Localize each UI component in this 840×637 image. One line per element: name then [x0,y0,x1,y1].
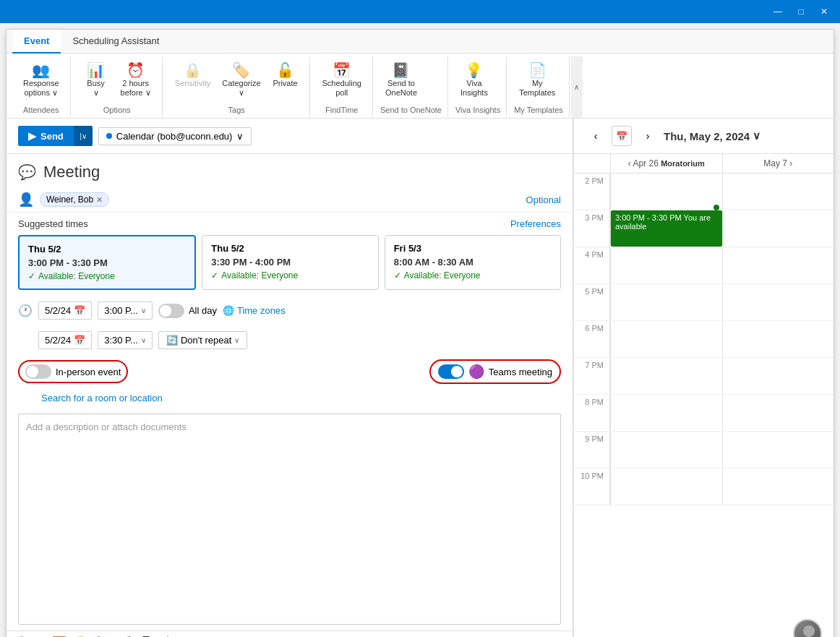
attendee-row: 👤 Weiner, Bob ✕ Optional [7,187,573,213]
time-row-2pm: 2 PM [574,174,833,210]
prev-week-arrow: ‹ [628,158,631,168]
time-cell-9pm-col2 [722,432,834,468]
time-slot-1-day: Thu 5/2 [211,243,369,254]
ribbon-group-attendees: 👥 Responseoptions ∨ Attendees [12,56,71,117]
busy-button[interactable]: 📊 Busy∨ [78,59,114,101]
right-panel: ‹ 📅 › Thu, May 2, 2024 ∨ ‹ Apr 26 Morato… [573,119,833,637]
allday-switch[interactable] [158,304,184,318]
send-dropdown-button[interactable]: | ∨ [74,126,93,146]
time-label-8pm: 8 PM [574,395,610,431]
ribbon: 👥 Responseoptions ∨ Attendees 📊 Busy∨ ⏰ … [7,54,833,119]
time-slot-1-range: 3:30 PM - 4:00 PM [211,257,369,268]
room-search[interactable]: Search for a room or location [7,388,573,408]
send-bar: ▶ Send | ∨ Calendar (bob@uconn.edu) ∨ [7,119,573,154]
main-window: Event Scheduling Assistant 👥 Responseopt… [6,29,834,637]
week-header-spacer [574,154,610,173]
preferences-link[interactable]: Preferences [510,218,561,229]
maximize-button[interactable]: □ [791,4,811,19]
time-cell-4pm-col2 [722,247,834,283]
scheduling-poll-button[interactable]: 📅 Schedulingpoll [317,59,367,101]
ribbon-buttons-onenote: 📓 Send toOneNote [380,56,442,104]
ribbon-group-templates: 📄 MyTemplates My Templates [508,56,570,117]
calendar-date-dropdown-icon: ∨ [753,129,760,142]
avatar[interactable] [793,619,822,637]
time-row-7pm: 7 PM [574,358,833,395]
time-grid: 2 PM 3 PM 3:00 PM - 3:30 PM You are avai… [574,174,833,613]
week-header: ‹ Apr 26 Moratorium May 7 › [574,154,833,174]
calendar-next-button[interactable]: › [638,126,658,146]
calendar-prev-button[interactable]: ‹ [586,126,606,146]
time-label-2pm: 2 PM [574,174,610,210]
start-date-input[interactable]: 5/2/24 📅 [38,302,92,320]
insights-button[interactable]: 💡 VivaInsights [455,59,493,101]
teams-switch[interactable] [438,364,464,379]
reminder-label: 2 hoursbefore ∨ [121,79,151,98]
response-options-button[interactable]: 👥 Responseoptions ∨ [18,59,64,101]
time-slot-1[interactable]: Thu 5/2 3:30 PM - 4:00 PM ✓ Available: E… [202,235,378,290]
end-date-input[interactable]: 5/2/24 📅 [38,331,92,349]
categorize-icon: 🏷️ [232,63,250,77]
sensitivity-button: 🔒 Sensitivity [170,59,216,92]
calendar-event-block[interactable]: 3:00 PM - 3:30 PM You are available [611,210,722,247]
ribbon-buttons-tags: 🔒 Sensitivity 🏷️ Categorize∨ 🔓 Private [170,56,304,104]
send-onenote-button[interactable]: 📓 Send toOneNote [380,59,422,101]
prev-week-label: Apr 26 [633,158,658,168]
check-icon-2: ✓ [394,270,401,281]
time-cell-3pm-col1[interactable]: 3:00 PM - 3:30 PM You are available [610,210,722,247]
ribbon-buttons-templates: 📄 MyTemplates [514,56,563,104]
time-row-4pm: 4 PM [574,247,833,284]
reminder-button[interactable]: ⏰ 2 hoursbefore ∨ [116,59,156,101]
time-label-3pm: 3 PM [574,210,610,247]
next-week-arrow: › [789,158,792,168]
teams-meeting-label: Teams meeting [489,367,552,377]
tab-scheduling-assistant[interactable]: Scheduling Assistant [61,30,171,54]
ribbon-group-insights: 💡 VivaInsights Viva Insights [450,56,507,117]
private-button[interactable]: 🔓 Private [267,59,304,92]
week-prev-nav[interactable]: ‹ Apr 26 Moratorium [610,154,722,173]
calendar-date-label: Thu, May 2, 2024 [664,130,750,142]
calendar-date-title[interactable]: Thu, May 2, 2024 ∨ [664,129,760,142]
ribbon-expand-button[interactable]: ∧ [571,56,583,118]
time-row-3pm: 3 PM 3:00 PM - 3:30 PM You are available [574,210,833,247]
send-main-button[interactable]: ▶ Send [18,126,74,146]
attendee-remove-button[interactable]: ✕ [96,195,103,205]
calendar-today-button[interactable]: 📅 [612,126,632,146]
tab-bar: Event Scheduling Assistant [7,30,833,54]
time-row-9pm: 9 PM [574,432,833,469]
clock-icon: 🕐 [18,304,33,317]
week-next-nav[interactable]: May 7 › [722,154,834,173]
time-slot-0-range: 3:00 PM - 3:30 PM [28,257,186,268]
time-slot-2-avail: ✓ Available: Everyone [394,270,552,281]
reminder-icon: ⏰ [127,63,145,77]
categorize-button[interactable]: 🏷️ Categorize∨ [217,59,265,101]
categorize-label: Categorize∨ [222,79,260,98]
calendar-selector[interactable]: Calendar (bob@uconn.edu) ∨ [98,127,252,145]
insights-label: VivaInsights [460,79,488,98]
teams-icon: 🟣 [468,364,484,380]
sensitivity-label: Sensitivity [175,79,211,88]
time-row-5pm: 5 PM [574,284,833,321]
start-date-value: 5/2/24 [45,305,71,316]
tab-event[interactable]: Event [12,30,61,54]
suggested-times-section: Suggested times Preferences Thu 5/2 3:00… [7,213,573,296]
recurrence-button[interactable]: 🔄 Don't repeat ∨ [158,331,247,349]
time-slot-0[interactable]: Thu 5/2 3:00 PM - 3:30 PM ✓ Available: E… [18,235,196,290]
start-time-input[interactable]: 3:00 P... ∨ [98,302,153,320]
timezones-link[interactable]: 🌐 Time zones [223,305,286,316]
close-button[interactable]: ✕ [814,4,834,19]
calendar-dropdown-arrow: ∨ [236,131,244,142]
optional-link[interactable]: Optional [526,194,561,205]
templates-icon: 📄 [528,63,547,77]
private-icon: 🔓 [276,63,294,77]
allday-label: All day [189,305,217,316]
templates-label: MyTemplates [519,79,555,98]
templates-button[interactable]: 📄 MyTemplates [514,59,560,101]
minimize-button[interactable]: — [768,4,788,19]
svg-point-0 [803,625,815,637]
description-field[interactable]: Add a description or attach documents [18,414,561,625]
in-person-switch[interactable] [25,364,51,379]
time-cell-8pm-col1 [610,395,722,431]
end-time-input[interactable]: 3:30 P... ∨ [98,331,153,349]
time-slot-2[interactable]: Fri 5/3 8:00 AM - 8:30 AM ✓ Available: E… [385,235,561,290]
ribbon-group-options-label: Options [78,104,156,117]
